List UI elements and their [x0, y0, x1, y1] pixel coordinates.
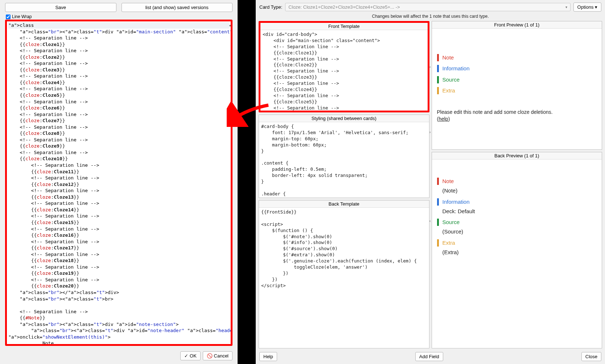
line-wrap-checkbox[interactable]	[6, 15, 11, 19]
left-pane: Save list (and show) saved versions Line…	[0, 0, 238, 364]
chevron-down-icon: ▾	[565, 5, 567, 9]
options-button[interactable]: Options ▾	[573, 3, 601, 12]
styling-title: Styling (shared between cards)	[259, 115, 429, 122]
back-preview-panel: Back Preview (1 of 1) Note(Note)Informat…	[432, 152, 602, 348]
back-template-editor[interactable]: {{FrontSide}} <script> $(function () { $…	[259, 208, 429, 348]
right-main: › Front Template <div id="card-body"> <d…	[257, 21, 604, 350]
previews-column: Front Preview (1 of 1) NoteInformationSo…	[432, 21, 602, 348]
back-preview: Note(Note)InformationDeck: DefaultSource…	[432, 160, 602, 348]
code-editor-container: "a">class="br"><"a">class="t">div "a">id…	[5, 20, 232, 346]
changes-note: Changes below will affect the 1 note tha…	[257, 12, 604, 21]
line-wrap-row: Line Wrap	[1, 14, 236, 20]
styling-editor[interactable]: #card-body { font: 17px/1.5em 'Arial', '…	[259, 122, 429, 198]
front-preview-panel: Front Preview (1 of 1) NoteInformationSo…	[432, 21, 602, 150]
right-bottom-bar: Help Add Field Close	[257, 350, 604, 363]
code-editor[interactable]: "a">class="br"><"a">class="t">div "a">id…	[7, 21, 231, 344]
front-template-panel: Front Template <div id="card-body"> <div…	[259, 21, 429, 112]
back-template-panel: Back Template {{FrontSide}} <script> $(f…	[259, 200, 429, 348]
right-pane: Card Type: Cloze: Cloze1+Cloze2+Cloze3+C…	[256, 0, 605, 364]
front-preview-title: Front Preview (1 of 1)	[432, 21, 602, 29]
versions-button[interactable]: list (and show) saved versions	[122, 3, 233, 12]
front-preview: NoteInformationSourceExtraPlease edit th…	[432, 29, 602, 149]
ok-button[interactable]: ✓ OK	[180, 351, 200, 360]
expand-styling-icon[interactable]: ›	[429, 130, 431, 134]
left-bottom-buttons: ✓ OK 🚫 Cancel	[180, 351, 232, 360]
front-template-title: Front Template	[260, 23, 428, 30]
front-template-editor[interactable]: <div id="card-body"> <div id="main-secti…	[260, 30, 428, 111]
help-button[interactable]: Help	[259, 352, 277, 361]
styling-panel: Styling (shared between cards) #card-bod…	[259, 115, 429, 198]
card-type-label: Card Type:	[259, 4, 282, 10]
save-button[interactable]: Save	[5, 3, 116, 12]
right-header: Card Type: Cloze: Cloze1+Cloze2+Cloze3+C…	[257, 1, 604, 12]
card-type-value: Cloze: Cloze1+Cloze2+Cloze3+Cloze4+Cloze…	[288, 4, 400, 10]
add-field-button[interactable]: Add Field	[415, 352, 443, 361]
back-preview-title: Back Preview (1 of 1)	[432, 152, 602, 160]
templates-column: › Front Template <div id="card-body"> <d…	[259, 21, 429, 348]
cancel-button[interactable]: 🚫 Cancel	[203, 351, 232, 360]
close-button[interactable]: Close	[581, 352, 601, 361]
line-wrap-label: Line Wrap	[12, 14, 32, 19]
collapse-back-icon[interactable]: ‹	[429, 219, 431, 223]
left-toolbar: Save list (and show) saved versions	[1, 1, 236, 14]
pane-gap	[238, 0, 256, 364]
back-template-title: Back Template	[259, 200, 429, 208]
card-type-dropdown[interactable]: Cloze: Cloze1+Cloze2+Cloze3+Cloze4+Cloze…	[285, 3, 570, 11]
expand-front-icon[interactable]: ›	[429, 65, 431, 69]
